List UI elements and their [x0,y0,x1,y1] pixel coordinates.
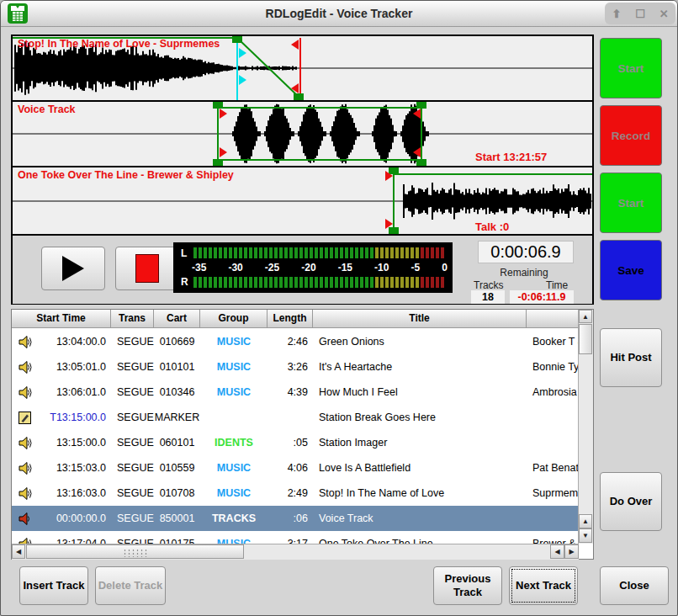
scroll-down-icon[interactable]: ▼ [579,528,592,543]
scroll-up-icon[interactable]: ▲ [579,514,592,528]
log-column-header-group[interactable]: Group [200,310,267,328]
log-column-header-title[interactable]: Title [313,310,527,328]
region-handle[interactable] [416,159,426,166]
log-row[interactable]: 13:15:03.0SEGUE010559MUSIC4:06Love Is A … [12,455,579,481]
cell-trans: SEGUE [111,487,154,499]
hit-post-button[interactable]: Hit Post [600,328,662,387]
cell-artist: Ambrosia [527,386,579,398]
log-row[interactable]: 13:17:04.0SEGUE010175MUSIC3:17One Toke O… [12,531,579,544]
cell-trans: SEGUE [111,336,154,348]
scroll-left-icon[interactable]: ◀ [550,544,564,559]
record-button[interactable]: Record [600,105,662,166]
right-channel-label: R [181,276,188,288]
delete-track-button[interactable]: Delete Track [95,566,166,605]
waveform-track-outgoing[interactable]: Stop! In The Name of Love - Suprmemes [13,36,592,102]
region-handle[interactable] [213,102,223,109]
do-over-button[interactable]: Do Over [600,472,662,531]
next-track-button[interactable]: Next Track [509,566,578,605]
cell-cart: 060101 [154,437,200,449]
start-marker-handle[interactable] [385,171,393,181]
region-handle[interactable] [416,102,426,109]
start-marker-handle[interactable] [220,147,227,157]
start-marker-handle[interactable] [220,109,227,119]
cell-artist: Bonnie Tyle [527,361,579,373]
end-marker-handle[interactable] [413,147,421,157]
log-column-header-cart[interactable]: Cart [154,310,200,328]
log-row[interactable]: 13:04:00.0SEGUE010669MUSIC2:46Green Onio… [12,329,579,354]
speaker-icon [12,461,37,475]
cell-title: Love Is A Battlefield [313,462,527,474]
waveform-track-incoming[interactable]: One Toke Over The Line - Brewer & Shiple… [13,167,592,234]
close-window-icon[interactable]: ✕ [659,8,669,20]
log-row[interactable]: 13:06:01.0SEGUE010346MUSIC4:39How Much I… [12,380,579,405]
previous-track-button[interactable]: Previous Track [433,566,502,605]
vertical-scrollbar[interactable]: ▲ ▲ ▼ [578,310,593,544]
cell-title: Station Imager [313,437,527,449]
meter-tick-label: -10 [374,262,389,273]
speaker-icon [12,360,37,374]
window-title: RDLogEdit - Voice Tracker [1,1,677,26]
cell-title: Stop! In The Name of Love [313,487,527,499]
waveform-track-voice[interactable]: Voice Track Start 13:21:57 [13,102,592,167]
scroll-left-icon[interactable]: ◀ [12,544,25,559]
log-row[interactable]: 13:16:03.0SEGUE010708MUSIC2:49Stop! In T… [12,481,579,506]
log-column-header-trans[interactable]: Trans [111,310,154,328]
titlebar[interactable]: RDLogEdit - Voice Tracker ⬆ ☐ ✕ [1,1,677,27]
save-button[interactable]: Save [600,240,662,300]
meter-tick-label: 0 [442,262,448,273]
cell-start: 00:00:00.0 [37,512,111,524]
meter-tick-label: -30 [228,262,242,273]
thumb-grip [123,549,148,557]
track-title-label: Stop! In The Name of Love - Suprmemes [18,38,220,50]
cell-cart: MARKER [154,412,200,423]
log-column-header-artist[interactable] [527,310,579,328]
shade-window-icon[interactable]: ⬆ [612,8,621,20]
end-marker-handle[interactable] [413,109,421,119]
insert-track-button[interactable]: Insert Track [19,566,88,605]
segue-marker-handle[interactable] [291,40,299,50]
cell-trans: SEGUE [111,538,154,544]
cell-group: MUSIC [200,538,267,544]
scroll-up-icon[interactable]: ▲ [579,310,592,323]
region-handle[interactable] [213,159,223,166]
talk-marker-handle[interactable] [239,75,246,85]
vertical-scroll-thumb[interactable] [579,324,592,354]
log-column-header-length[interactable]: Length [267,310,313,328]
segue-end-marker-line[interactable] [299,38,301,100]
maximize-icon[interactable]: ☐ [635,8,645,20]
cell-title: It's A Heartache [313,361,527,373]
log-row[interactable]: 13:05:01.0SEGUE010101MUSIC3:26It's A Hea… [12,354,579,380]
cell-title: Voice Track [313,512,527,524]
play-button[interactable] [41,247,105,290]
play-icon [62,256,84,281]
tracks-remaining-label: Tracks [474,279,504,291]
speaker-red-icon [12,512,37,526]
start-outgoing-button[interactable]: Start [600,38,662,98]
fade-handle[interactable] [232,36,242,43]
start-marker-handle[interactable] [385,219,393,229]
cell-length: 4:39 [267,386,313,398]
cell-start: 13:15:03.0 [37,462,111,474]
scroll-right-icon[interactable]: ▶ [564,544,579,559]
cell-group: TRACKS [200,512,267,524]
talk-marker-line[interactable] [236,41,238,100]
button-label: Start [618,197,644,210]
close-button[interactable]: Close [600,566,669,605]
horizontal-scroll-thumb[interactable] [26,544,244,559]
start-incoming-button[interactable]: Start [600,173,662,233]
stop-button[interactable] [115,247,179,290]
horizontal-scrollbar[interactable]: ◀ ◀ ▶ [12,544,579,560]
log-row[interactable]: T13:15:00.0SEGUEMARKERStation Break Goes… [12,405,579,430]
speaker-icon [12,486,37,501]
cell-group: MUSIC [200,487,267,499]
fade-handle[interactable] [294,93,304,100]
log-row-selected[interactable]: 00:00:00.0SEGUE850001TRACKS:06Voice Trac… [12,506,579,531]
log-column-header-start-time[interactable]: Start Time [12,310,111,328]
talk-marker-handle[interactable] [239,48,246,58]
speaker-icon [12,385,37,400]
button-label: Do Over [610,495,653,508]
track-title-label: Voice Track [18,104,76,115]
log-row[interactable]: 13:15:00.0SEGUE060101IDENTS:05Station Im… [12,430,579,455]
cell-artist: Booker T & [527,336,579,348]
segue-marker-handle[interactable] [291,83,299,93]
